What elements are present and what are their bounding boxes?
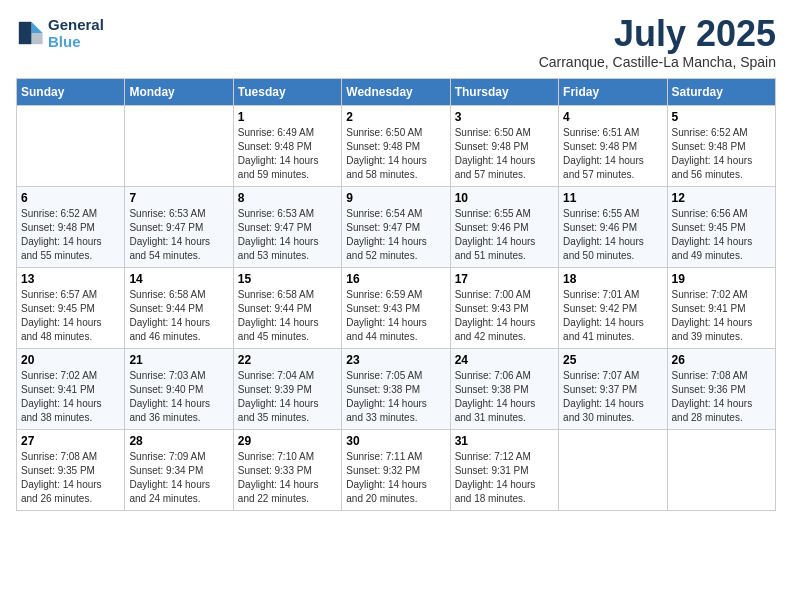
day-info: Sunrise: 6:53 AMSunset: 9:47 PMDaylight:…: [129, 207, 228, 263]
day-number: 28: [129, 434, 228, 448]
day-number: 18: [563, 272, 662, 286]
day-info: Sunrise: 6:51 AMSunset: 9:48 PMDaylight:…: [563, 126, 662, 182]
day-number: 26: [672, 353, 771, 367]
page-header: General Blue July 2025 Carranque, Castil…: [16, 16, 776, 70]
day-info: Sunrise: 7:09 AMSunset: 9:34 PMDaylight:…: [129, 450, 228, 506]
day-number: 4: [563, 110, 662, 124]
day-info: Sunrise: 6:55 AMSunset: 9:46 PMDaylight:…: [563, 207, 662, 263]
calendar-cell: 23Sunrise: 7:05 AMSunset: 9:38 PMDayligh…: [342, 349, 450, 430]
day-info: Sunrise: 6:53 AMSunset: 9:47 PMDaylight:…: [238, 207, 337, 263]
title-block: July 2025 Carranque, Castille-La Mancha,…: [539, 16, 776, 70]
calendar-cell: 7Sunrise: 6:53 AMSunset: 9:47 PMDaylight…: [125, 187, 233, 268]
calendar-cell: 20Sunrise: 7:02 AMSunset: 9:41 PMDayligh…: [17, 349, 125, 430]
day-info: Sunrise: 7:08 AMSunset: 9:35 PMDaylight:…: [21, 450, 120, 506]
day-number: 10: [455, 191, 554, 205]
day-number: 12: [672, 191, 771, 205]
calendar-cell: 8Sunrise: 6:53 AMSunset: 9:47 PMDaylight…: [233, 187, 341, 268]
calendar-cell: [125, 106, 233, 187]
day-number: 25: [563, 353, 662, 367]
day-info: Sunrise: 6:57 AMSunset: 9:45 PMDaylight:…: [21, 288, 120, 344]
day-number: 15: [238, 272, 337, 286]
weekday-header: Friday: [559, 79, 667, 106]
calendar-cell: 29Sunrise: 7:10 AMSunset: 9:33 PMDayligh…: [233, 430, 341, 511]
calendar-cell: 26Sunrise: 7:08 AMSunset: 9:36 PMDayligh…: [667, 349, 775, 430]
day-info: Sunrise: 7:04 AMSunset: 9:39 PMDaylight:…: [238, 369, 337, 425]
day-info: Sunrise: 7:08 AMSunset: 9:36 PMDaylight:…: [672, 369, 771, 425]
day-number: 21: [129, 353, 228, 367]
day-info: Sunrise: 6:50 AMSunset: 9:48 PMDaylight:…: [455, 126, 554, 182]
calendar-cell: 6Sunrise: 6:52 AMSunset: 9:48 PMDaylight…: [17, 187, 125, 268]
day-info: Sunrise: 7:10 AMSunset: 9:33 PMDaylight:…: [238, 450, 337, 506]
calendar-cell: 22Sunrise: 7:04 AMSunset: 9:39 PMDayligh…: [233, 349, 341, 430]
day-info: Sunrise: 7:02 AMSunset: 9:41 PMDaylight:…: [672, 288, 771, 344]
day-info: Sunrise: 6:58 AMSunset: 9:44 PMDaylight:…: [129, 288, 228, 344]
svg-marker-2: [19, 22, 32, 44]
day-number: 2: [346, 110, 445, 124]
day-info: Sunrise: 6:49 AMSunset: 9:48 PMDaylight:…: [238, 126, 337, 182]
day-number: 6: [21, 191, 120, 205]
day-info: Sunrise: 6:56 AMSunset: 9:45 PMDaylight:…: [672, 207, 771, 263]
calendar-cell: [667, 430, 775, 511]
day-number: 17: [455, 272, 554, 286]
calendar-cell: 19Sunrise: 7:02 AMSunset: 9:41 PMDayligh…: [667, 268, 775, 349]
calendar-cell: 31Sunrise: 7:12 AMSunset: 9:31 PMDayligh…: [450, 430, 558, 511]
calendar-cell: 15Sunrise: 6:58 AMSunset: 9:44 PMDayligh…: [233, 268, 341, 349]
day-info: Sunrise: 7:07 AMSunset: 9:37 PMDaylight:…: [563, 369, 662, 425]
calendar-cell: 4Sunrise: 6:51 AMSunset: 9:48 PMDaylight…: [559, 106, 667, 187]
day-info: Sunrise: 7:03 AMSunset: 9:40 PMDaylight:…: [129, 369, 228, 425]
weekday-header: Thursday: [450, 79, 558, 106]
day-number: 24: [455, 353, 554, 367]
day-number: 7: [129, 191, 228, 205]
day-info: Sunrise: 7:12 AMSunset: 9:31 PMDaylight:…: [455, 450, 554, 506]
day-number: 27: [21, 434, 120, 448]
weekday-header: Sunday: [17, 79, 125, 106]
day-info: Sunrise: 6:55 AMSunset: 9:46 PMDaylight:…: [455, 207, 554, 263]
day-number: 14: [129, 272, 228, 286]
day-number: 13: [21, 272, 120, 286]
calendar-cell: 2Sunrise: 6:50 AMSunset: 9:48 PMDaylight…: [342, 106, 450, 187]
calendar-cell: 1Sunrise: 6:49 AMSunset: 9:48 PMDaylight…: [233, 106, 341, 187]
day-number: 29: [238, 434, 337, 448]
svg-marker-1: [31, 33, 42, 44]
calendar-cell: 17Sunrise: 7:00 AMSunset: 9:43 PMDayligh…: [450, 268, 558, 349]
calendar-cell: 9Sunrise: 6:54 AMSunset: 9:47 PMDaylight…: [342, 187, 450, 268]
day-number: 5: [672, 110, 771, 124]
day-number: 30: [346, 434, 445, 448]
calendar-cell: 28Sunrise: 7:09 AMSunset: 9:34 PMDayligh…: [125, 430, 233, 511]
day-info: Sunrise: 6:59 AMSunset: 9:43 PMDaylight:…: [346, 288, 445, 344]
logo-text: General Blue: [48, 16, 104, 51]
day-info: Sunrise: 7:01 AMSunset: 9:42 PMDaylight:…: [563, 288, 662, 344]
day-number: 3: [455, 110, 554, 124]
day-info: Sunrise: 7:02 AMSunset: 9:41 PMDaylight:…: [21, 369, 120, 425]
day-info: Sunrise: 7:11 AMSunset: 9:32 PMDaylight:…: [346, 450, 445, 506]
day-number: 23: [346, 353, 445, 367]
day-number: 16: [346, 272, 445, 286]
calendar-cell: 11Sunrise: 6:55 AMSunset: 9:46 PMDayligh…: [559, 187, 667, 268]
calendar-cell: 3Sunrise: 6:50 AMSunset: 9:48 PMDaylight…: [450, 106, 558, 187]
calendar-cell: 14Sunrise: 6:58 AMSunset: 9:44 PMDayligh…: [125, 268, 233, 349]
day-number: 9: [346, 191, 445, 205]
day-number: 31: [455, 434, 554, 448]
calendar-cell: 27Sunrise: 7:08 AMSunset: 9:35 PMDayligh…: [17, 430, 125, 511]
day-number: 20: [21, 353, 120, 367]
calendar-cell: 21Sunrise: 7:03 AMSunset: 9:40 PMDayligh…: [125, 349, 233, 430]
weekday-header: Saturday: [667, 79, 775, 106]
day-info: Sunrise: 6:52 AMSunset: 9:48 PMDaylight:…: [672, 126, 771, 182]
day-info: Sunrise: 6:52 AMSunset: 9:48 PMDaylight:…: [21, 207, 120, 263]
day-info: Sunrise: 7:05 AMSunset: 9:38 PMDaylight:…: [346, 369, 445, 425]
weekday-header: Tuesday: [233, 79, 341, 106]
logo: General Blue: [16, 16, 104, 51]
day-info: Sunrise: 6:58 AMSunset: 9:44 PMDaylight:…: [238, 288, 337, 344]
day-number: 22: [238, 353, 337, 367]
svg-marker-0: [31, 22, 42, 33]
calendar-cell: 30Sunrise: 7:11 AMSunset: 9:32 PMDayligh…: [342, 430, 450, 511]
calendar-cell: 24Sunrise: 7:06 AMSunset: 9:38 PMDayligh…: [450, 349, 558, 430]
weekday-header: Monday: [125, 79, 233, 106]
day-info: Sunrise: 6:54 AMSunset: 9:47 PMDaylight:…: [346, 207, 445, 263]
day-info: Sunrise: 7:00 AMSunset: 9:43 PMDaylight:…: [455, 288, 554, 344]
weekday-header: Wednesday: [342, 79, 450, 106]
calendar-cell: 5Sunrise: 6:52 AMSunset: 9:48 PMDaylight…: [667, 106, 775, 187]
day-info: Sunrise: 7:06 AMSunset: 9:38 PMDaylight:…: [455, 369, 554, 425]
logo-icon: [16, 19, 44, 47]
day-number: 19: [672, 272, 771, 286]
